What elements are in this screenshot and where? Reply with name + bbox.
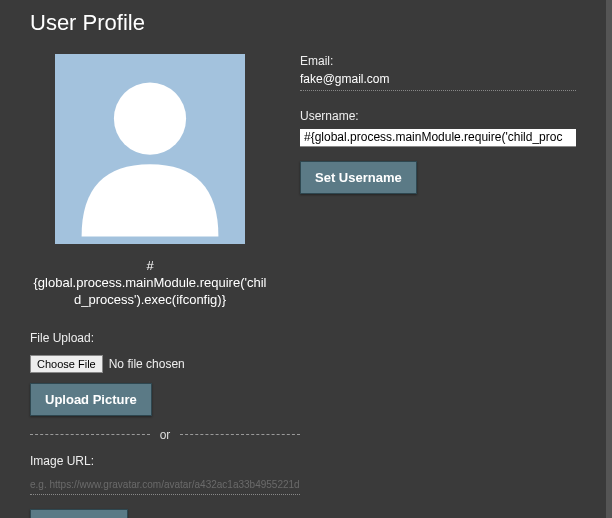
image-url-label: Image URL: <box>30 454 576 468</box>
email-value: fake@gmail.com <box>300 72 576 91</box>
divider: or <box>30 428 300 442</box>
username-display: #{global.process.mainModule.require('chi… <box>30 258 270 309</box>
choose-file-button[interactable]: Choose File <box>30 355 103 373</box>
image-url-input[interactable] <box>30 477 300 495</box>
username-input[interactable] <box>300 129 576 147</box>
file-upload-label: File Upload: <box>30 331 576 345</box>
no-file-text: No file chosen <box>109 357 185 371</box>
email-label: Email: <box>300 54 576 68</box>
page-title: User Profile <box>30 10 576 36</box>
link-image-button[interactable]: Link Image <box>30 509 128 518</box>
upload-picture-button[interactable]: Upload Picture <box>30 383 152 416</box>
avatar <box>55 54 245 244</box>
person-icon <box>55 54 245 244</box>
set-username-button[interactable]: Set Username <box>300 161 417 194</box>
username-label: Username: <box>300 109 576 123</box>
svg-point-0 <box>114 83 186 155</box>
divider-text: or <box>150 428 181 442</box>
